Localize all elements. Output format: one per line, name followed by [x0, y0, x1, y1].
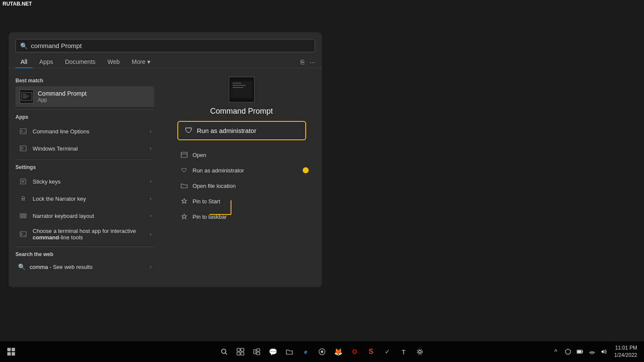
search-icon: 🔍	[20, 42, 27, 49]
watermark: RUTAB.NET	[0, 0, 34, 8]
taskbar-widgets[interactable]	[249, 344, 264, 359]
search-bar[interactable]: 🔍 command Prompt	[15, 39, 315, 52]
narrator-lock-arrow: ›	[150, 196, 152, 202]
tab-documents[interactable]: Documents	[60, 56, 100, 68]
cmd-name: Command Prompt	[38, 90, 87, 97]
cmdline-icon	[18, 126, 28, 136]
search-web-item[interactable]: 🔍 comma - See web results ›	[15, 260, 154, 274]
list-item-cmdline[interactable]: Command line Options ›	[15, 123, 154, 140]
search-web-icon: 🔍	[18, 263, 25, 270]
action-open-location[interactable]: Open file location	[177, 178, 306, 193]
taskbar-text[interactable]: T	[396, 344, 411, 359]
svg-rect-23	[257, 352, 260, 355]
best-match-item[interactable]: Command Prompt App	[15, 86, 154, 107]
svg-point-27	[417, 349, 422, 354]
taskbar-search[interactable]	[216, 344, 232, 359]
svg-rect-19	[237, 352, 240, 355]
svg-rect-9	[181, 152, 187, 157]
action-run-admin-list[interactable]: 🛡 Run as administrator	[177, 163, 306, 178]
sticky-label: Sticky keys	[33, 178, 146, 185]
taskbar-center: 💬 e 🦊 O S ✓ T	[216, 344, 428, 359]
taskbar-chat[interactable]: 💬	[265, 344, 281, 359]
cmd-large-icon	[229, 77, 255, 103]
start-button[interactable]	[3, 344, 19, 359]
taskbar-sheets[interactable]: S	[363, 344, 379, 359]
divider-3	[15, 247, 154, 247]
svg-rect-17	[237, 348, 240, 351]
narrator-lock-icon	[18, 193, 28, 204]
winterminal-label: Windows Terminal	[33, 145, 146, 152]
svg-rect-29	[577, 350, 581, 353]
search-panel: 🔍 command Prompt All Apps Documents Web …	[9, 32, 322, 287]
svg-rect-14	[7, 352, 11, 356]
search-bar-container: 🔍 command Prompt	[9, 32, 322, 52]
run-as-admin-button[interactable]: 🛡 Run as administrator	[177, 121, 306, 140]
hover-indicator	[303, 167, 309, 173]
tab-more[interactable]: More ▾	[127, 56, 155, 68]
pin-taskbar-label: Pin to taskbar	[193, 214, 227, 220]
pin-start-icon	[180, 197, 188, 205]
taskbar-firefox[interactable]: 🦊	[331, 344, 346, 359]
clock-date: 1/24/2022	[614, 352, 637, 359]
divider-1	[15, 109, 154, 110]
list-item-terminal-host[interactable]: Choose a terminal host app for interacti…	[15, 224, 154, 244]
tray-battery[interactable]	[575, 347, 585, 357]
svg-rect-6	[23, 214, 25, 215]
tabs-bar: All Apps Documents Web More ▾ ⎘ ···	[9, 52, 322, 68]
taskbar-fileexplorer[interactable]	[282, 344, 297, 359]
run-admin-list-label: Run as administrator	[193, 167, 244, 174]
search-web-label: Search the web	[15, 251, 154, 257]
svg-rect-20	[241, 352, 244, 355]
tab-apps[interactable]: Apps	[34, 56, 58, 68]
cmdline-label: Command line Options	[33, 128, 146, 135]
svg-rect-0	[20, 129, 26, 134]
taskbar-opera[interactable]: O	[347, 344, 362, 359]
right-panel-title: Command Prompt	[210, 107, 273, 116]
svg-rect-18	[241, 348, 244, 351]
tray-network[interactable]	[587, 347, 597, 357]
tray-volume[interactable]	[599, 347, 609, 357]
pin-start-label: Pin to Start	[193, 198, 220, 205]
chevron-down-icon: ▾	[147, 58, 150, 65]
terminal-host-arrow: ›	[150, 231, 152, 237]
search-web-text: comma - See web results	[30, 264, 93, 270]
share-icon[interactable]: ⎘	[301, 58, 304, 66]
action-pin-start[interactable]: Pin to Start	[177, 193, 306, 209]
list-item-winterminal[interactable]: Windows Terminal ›	[15, 140, 154, 157]
narrator-lock-label: Lock the Narrator key	[33, 196, 146, 202]
list-item-narrator-lock[interactable]: Lock the Narrator key ›	[15, 190, 154, 207]
taskbar-todo[interactable]: ✓	[380, 344, 395, 359]
taskbar-chrome[interactable]	[314, 344, 330, 359]
cmd-type: App	[38, 97, 87, 103]
tab-all[interactable]: All	[15, 56, 33, 68]
sticky-icon	[18, 176, 28, 187]
admin-icon: 🛡	[180, 166, 188, 175]
tray-expand[interactable]: ^	[551, 347, 561, 357]
taskbar-taskview[interactable]	[233, 344, 248, 359]
search-input[interactable]: command Prompt	[31, 42, 310, 49]
more-options-icon[interactable]: ···	[310, 58, 315, 66]
list-item-sticky[interactable]: Sticky keys ›	[15, 173, 154, 190]
svg-rect-22	[257, 349, 260, 351]
narrator-layout-icon	[18, 211, 28, 221]
apps-section-label: Apps	[15, 114, 154, 120]
action-open[interactable]: Open	[177, 147, 306, 163]
taskbar-settings[interactable]	[412, 344, 428, 359]
clock-time: 11:01 PM	[614, 344, 637, 352]
tray-windows-security[interactable]	[563, 347, 573, 357]
svg-point-26	[419, 350, 421, 353]
taskbar: 💬 e 🦊 O S ✓ T ^	[0, 341, 644, 362]
run-admin-label: Run as administrator	[197, 127, 256, 134]
narrator-layout-arrow: ›	[150, 213, 152, 219]
cmdline-arrow: ›	[150, 128, 152, 134]
taskbar-edge[interactable]: e	[298, 344, 313, 359]
best-match-text: Command Prompt App	[38, 90, 87, 103]
svg-rect-8	[20, 232, 26, 237]
open-location-label: Open file location	[193, 183, 236, 189]
list-item-narrator-layout[interactable]: Narrator keyboard layout ›	[15, 207, 154, 224]
action-pin-taskbar[interactable]: Pin to taskbar	[177, 209, 306, 224]
system-clock[interactable]: 11:01 PM 1/24/2022	[611, 344, 641, 359]
tab-web[interactable]: Web	[102, 56, 125, 68]
svg-rect-13	[12, 348, 15, 351]
divider-2	[15, 160, 154, 160]
